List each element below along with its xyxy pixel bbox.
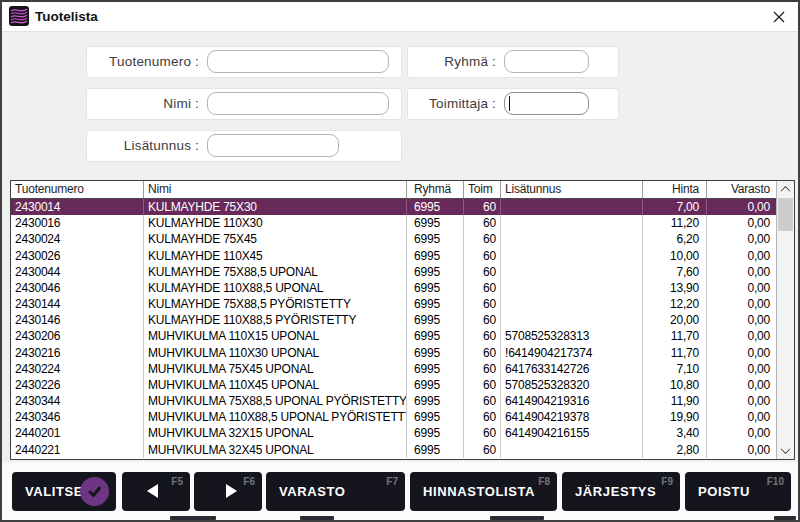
table-cell: 0,00 bbox=[707, 296, 776, 312]
table-row[interactable]: 2430016KULMAYHDE 110X3069956011,200,00 bbox=[11, 215, 776, 231]
table-row[interactable]: 2440221MUHVIKULMA 32X45 UPONAL6995602,80… bbox=[11, 442, 776, 458]
table-row[interactable]: 2430226MUHVIKULMA 110X45 UPONAL699560570… bbox=[11, 377, 776, 393]
window-title: Tuotelista bbox=[35, 2, 98, 31]
table-row[interactable]: 2430346MUHVIKULMA 110X88,5 UPONAL PYÖRIS… bbox=[11, 409, 776, 425]
table-cell: 2430026 bbox=[11, 248, 144, 264]
scrollbar-thumb[interactable] bbox=[778, 198, 793, 231]
table-row[interactable]: 2430046KULMAYHDE 110X88,5 UPONAL69956013… bbox=[11, 280, 776, 296]
table-cell: 11,70 bbox=[643, 345, 707, 361]
table-cell: KULMAYHDE 75X88,5 UPONAL bbox=[144, 264, 407, 280]
tuotenumero-input[interactable] bbox=[207, 50, 389, 73]
table-cell: 11,20 bbox=[643, 215, 707, 231]
toimittaja-input[interactable] bbox=[504, 92, 589, 115]
scroll-up-icon[interactable] bbox=[777, 181, 794, 198]
table-cell: 7,00 bbox=[643, 199, 707, 215]
table-cell: 2430226 bbox=[11, 377, 144, 393]
field-group-lisatunnus: Lisätunnus : bbox=[86, 130, 402, 162]
table-cell: 0,00 bbox=[707, 280, 776, 296]
lisatunnus-label: Lisätunnus : bbox=[87, 131, 199, 161]
table-cell: !6414904217374 bbox=[501, 345, 643, 361]
column-header-ryhma[interactable]: Ryhmä bbox=[407, 181, 464, 198]
table-row[interactable]: 2430146KULMAYHDE 110X88,5 PYÖRISTETTY699… bbox=[11, 312, 776, 328]
table-cell: MUHVIKULMA 32X15 UPONAL bbox=[144, 425, 407, 441]
table-cell: 2430146 bbox=[11, 312, 144, 328]
column-header-nimi[interactable]: Nimi bbox=[144, 181, 407, 198]
table-cell: KULMAYHDE 75X88,5 PYÖRISTETTY bbox=[144, 296, 407, 312]
table-cell: 2430044 bbox=[11, 264, 144, 280]
table-cell: 60 bbox=[464, 280, 501, 296]
table-cell bbox=[501, 296, 643, 312]
table-cell: 5708525328320 bbox=[501, 377, 643, 393]
table-cell: 6995 bbox=[407, 328, 464, 344]
table-row[interactable]: 2430224MUHVIKULMA 75X45 UPONAL6995606417… bbox=[11, 361, 776, 377]
table-cell: 6995 bbox=[407, 280, 464, 296]
table-cell: 2430046 bbox=[11, 280, 144, 296]
nimi-input[interactable] bbox=[207, 92, 389, 115]
table-cell: MUHVIKULMA 110X30 UPONAL bbox=[144, 345, 407, 361]
table-cell: 60 bbox=[464, 442, 501, 458]
field-group-toimittaja: Toimittaja : bbox=[407, 88, 619, 120]
next-page-button[interactable]: F6 bbox=[194, 472, 262, 511]
nimi-label: Nimi : bbox=[87, 89, 199, 119]
table-row[interactable]: 2430206MUHVIKULMA 110X15 UPONAL699560570… bbox=[11, 328, 776, 344]
column-header-varasto[interactable]: Varasto bbox=[707, 181, 776, 198]
table-cell bbox=[501, 199, 643, 215]
table-cell: 0,00 bbox=[707, 442, 776, 458]
table-cell: 6995 bbox=[407, 248, 464, 264]
table-cell: 6414904216155 bbox=[501, 425, 643, 441]
table-cell: 6995 bbox=[407, 409, 464, 425]
table-cell: 60 bbox=[464, 231, 501, 247]
table-cell: 10,80 bbox=[643, 377, 707, 393]
table-cell: 12,20 bbox=[643, 296, 707, 312]
table-cell: 11,70 bbox=[643, 328, 707, 344]
vertical-scrollbar[interactable] bbox=[776, 181, 794, 459]
column-header-tuotenumero[interactable]: Tuotenumero bbox=[11, 181, 144, 198]
column-header-lisatunnus[interactable]: Lisätunnus bbox=[501, 181, 643, 198]
table-row[interactable]: 2430344MUHVIKULMA 75X88,5 UPONAL PYÖRIST… bbox=[11, 393, 776, 409]
table-cell: 19,90 bbox=[643, 409, 707, 425]
table-row[interactable]: 2430144KULMAYHDE 75X88,5 PYÖRISTETTY6995… bbox=[11, 296, 776, 312]
poistu-button[interactable]: POISTU F10 bbox=[685, 472, 791, 511]
table-cell: 6995 bbox=[407, 345, 464, 361]
scroll-down-icon[interactable] bbox=[777, 442, 794, 459]
table-row[interactable]: 2430026KULMAYHDE 110X4569956010,000,00 bbox=[11, 248, 776, 264]
table-cell: KULMAYHDE 110X30 bbox=[144, 215, 407, 231]
table-cell: 6,20 bbox=[643, 231, 707, 247]
lisatunnus-input[interactable] bbox=[207, 134, 339, 157]
previous-page-button[interactable]: F5 bbox=[122, 472, 190, 511]
table-row[interactable]: 2430216MUHVIKULMA 110X30 UPONAL699560!64… bbox=[11, 345, 776, 361]
table-cell: 2430346 bbox=[11, 409, 144, 425]
ryhma-input[interactable] bbox=[504, 50, 589, 73]
jarjestys-button[interactable]: JÄRJESTYS F9 bbox=[562, 472, 680, 511]
valitse-button[interactable]: VALITSE bbox=[12, 472, 116, 511]
field-group-tuotenumero: Tuotenumero : bbox=[86, 46, 402, 78]
title-bar: Tuotelista bbox=[2, 2, 798, 32]
table-cell: 0,00 bbox=[707, 393, 776, 409]
close-icon[interactable] bbox=[771, 9, 787, 25]
table-cell: 10,00 bbox=[643, 248, 707, 264]
table-cell: MUHVIKULMA 75X45 UPONAL bbox=[144, 361, 407, 377]
table-cell: MUHVIKULMA 110X45 UPONAL bbox=[144, 377, 407, 393]
hinnastolista-button[interactable]: HINNASTOLISTA F8 bbox=[410, 472, 557, 511]
table-cell: 60 bbox=[464, 345, 501, 361]
table-cell: 7,10 bbox=[643, 361, 707, 377]
table-cell: 2430216 bbox=[11, 345, 144, 361]
table-cell: 0,00 bbox=[707, 409, 776, 425]
table-cell: 60 bbox=[464, 248, 501, 264]
table-cell: 0,00 bbox=[707, 328, 776, 344]
table-cell: KULMAYHDE 110X88,5 PYÖRISTETTY bbox=[144, 312, 407, 328]
table-cell: 6417633142726 bbox=[501, 361, 643, 377]
table-row[interactable]: 2430044KULMAYHDE 75X88,5 UPONAL6995607,6… bbox=[11, 264, 776, 280]
table-row[interactable]: 2430024KULMAYHDE 75X456995606,200,00 bbox=[11, 231, 776, 247]
column-header-toim[interactable]: Toim bbox=[464, 181, 501, 198]
table-cell: KULMAYHDE 75X30 bbox=[144, 199, 407, 215]
column-header-hinta[interactable]: Hinta bbox=[643, 181, 707, 198]
table-cell: 0,00 bbox=[707, 248, 776, 264]
tuotenumero-label: Tuotenumero : bbox=[87, 47, 199, 77]
table-body: 2430014KULMAYHDE 75X306995607,000,002430… bbox=[11, 199, 776, 458]
table-row[interactable]: 2440201MUHVIKULMA 32X15 UPONAL6995606414… bbox=[11, 425, 776, 441]
table-cell: MUHVIKULMA 32X45 UPONAL bbox=[144, 442, 407, 458]
varasto-button[interactable]: VARASTO F7 bbox=[266, 472, 405, 511]
table-cell: 6995 bbox=[407, 296, 464, 312]
table-row[interactable]: 2430014KULMAYHDE 75X306995607,000,00 bbox=[11, 199, 776, 215]
